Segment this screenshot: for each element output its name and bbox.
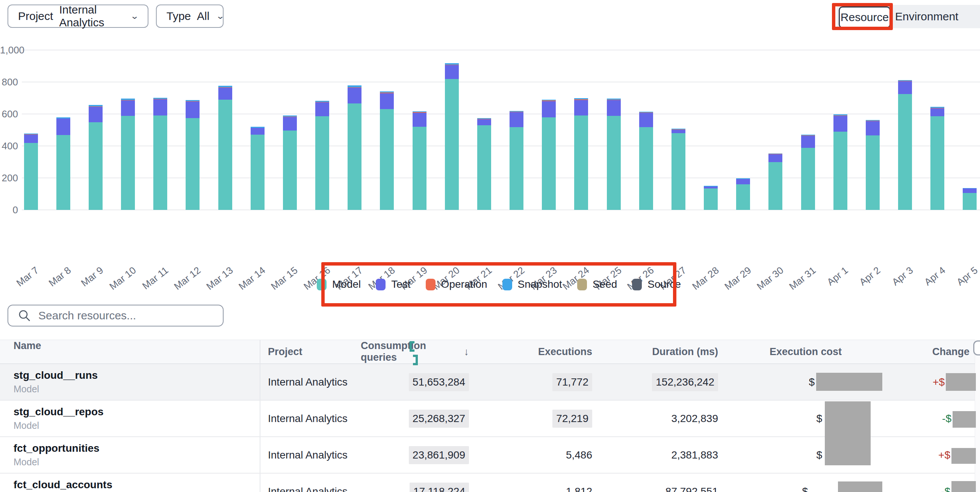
bar-mar-11[interactable] (153, 98, 167, 210)
toggle-environment-button[interactable]: Environment (895, 5, 958, 28)
bar-mar-18[interactable] (380, 91, 394, 210)
executions-cell: 1,812 (472, 474, 594, 492)
resource-name-cell[interactable]: stg_cloud__repos Model (0, 401, 260, 436)
bar-mar-21[interactable] (477, 118, 491, 210)
sort-descending-icon: ↓ (464, 346, 469, 358)
bar-mar-31[interactable] (801, 135, 815, 210)
resource-name: stg_cloud__repos (14, 406, 104, 418)
legend-item-test[interactable]: Test (376, 278, 410, 291)
bar-segment-test (89, 107, 103, 122)
col-header-execution-cost[interactable]: Execution cost (720, 340, 883, 363)
table-scrollbar-thumb[interactable] (973, 340, 980, 355)
search-input[interactable] (38, 309, 223, 323)
type-filter-dropdown[interactable]: Type All ⌄ (156, 5, 224, 28)
resource-name-cell[interactable]: stg_cloud__runs Model (0, 364, 260, 400)
bar-segment-test (413, 113, 426, 127)
bar-mar-25[interactable] (607, 99, 621, 210)
chevron-down-icon: ⌄ (216, 11, 225, 21)
bar-apr-1[interactable] (834, 114, 847, 210)
bar-segment-model (89, 122, 103, 210)
bar-mar-22[interactable] (509, 111, 523, 210)
bar-segment-test (218, 88, 232, 100)
col-header-name[interactable]: Name (0, 340, 260, 363)
search-resources-box (8, 305, 224, 326)
bar-apr-3[interactable] (898, 80, 912, 210)
resource-name-cell[interactable]: fct_opportunities Model (0, 437, 260, 473)
project-filter-label: Project (18, 10, 53, 22)
resource-type: Model (14, 384, 39, 395)
col-header-change[interactable]: Change (883, 340, 980, 363)
project-filter-value: Internal Analytics (59, 3, 123, 29)
col-header-executions[interactable]: Executions (472, 340, 594, 363)
table-row[interactable]: fct_cloud_accounts Model Internal Analyt… (0, 474, 980, 492)
bar-segment-test (315, 102, 329, 116)
bar-mar-27[interactable] (671, 129, 686, 210)
analytics-dashboard: Project Internal Analytics ⌄ Type All ⌄ … (0, 0, 980, 492)
bar-mar-30[interactable] (768, 153, 782, 210)
bar-mar-28[interactable] (704, 186, 718, 210)
bar-segment-test (251, 128, 264, 135)
duration-cell: 152,236,242 (594, 364, 720, 400)
bar-segment-test (477, 119, 491, 125)
consumption-bar-chart: 02004006008001,000Mar 7Mar 8Mar 9Mar 10M… (0, 50, 980, 210)
redaction-bar (825, 401, 871, 465)
legend-item-source[interactable]: Source (632, 278, 681, 291)
redaction-bar (951, 481, 976, 492)
legend-item-model[interactable]: Model (317, 278, 361, 291)
redaction-bar (816, 373, 882, 391)
bar-segment-test (380, 93, 394, 109)
resource-type: Model (14, 420, 39, 431)
bar-segment-test (639, 113, 653, 127)
resource-name: fct_cloud_accounts (14, 479, 112, 491)
bar-mar-9[interactable] (89, 105, 103, 210)
project-filter-dropdown[interactable]: Project Internal Analytics ⌄ (8, 5, 148, 28)
col-header-duration[interactable]: Duration (ms) (594, 340, 720, 363)
bar-apr-4[interactable] (931, 107, 944, 210)
bar-mar-12[interactable] (186, 100, 199, 210)
legend-label: Model (332, 278, 361, 291)
type-filter-label: Type (167, 10, 191, 22)
bar-segment-model (477, 125, 491, 210)
legend-swatch-test (376, 279, 385, 291)
col-header-consumption-queries[interactable]: Consumption queries↓ (361, 340, 472, 363)
bar-mar-23[interactable] (542, 100, 556, 210)
legend-item-operation[interactable]: Operation (426, 278, 487, 291)
legend-item-seed[interactable]: Seed (577, 278, 617, 291)
resource-name: stg_cloud__runs (14, 369, 98, 382)
bar-mar-16[interactable] (315, 101, 329, 210)
bar-segment-test (283, 117, 297, 131)
toggle-resource-label: Resource (841, 11, 889, 24)
bar-mar-7[interactable] (24, 134, 38, 210)
bar-mar-17[interactable] (348, 85, 361, 210)
resource-name-cell[interactable]: fct_cloud_accounts Model (0, 474, 260, 492)
bar-segment-test (801, 136, 815, 148)
bar-mar-19[interactable] (413, 111, 426, 210)
project-cell: Internal Analytics (260, 474, 361, 492)
bar-segment-model (186, 118, 199, 210)
consumption-queries-cell: 51,653,284 (361, 364, 472, 400)
bar-segment-model (866, 136, 880, 210)
legend-item-snapshot[interactable]: Snapshot (503, 278, 562, 291)
bar-apr-5[interactable] (963, 188, 977, 210)
bar-mar-8[interactable] (56, 117, 70, 210)
bar-mar-26[interactable] (639, 112, 653, 210)
bar-segment-test (509, 112, 523, 127)
bar-segment-test (931, 108, 944, 116)
bar-segment-test (153, 99, 167, 115)
bar-mar-15[interactable] (283, 115, 297, 210)
bar-segment-test (121, 101, 135, 116)
bar-segment-model (380, 109, 394, 210)
toggle-resource-button[interactable]: Resource (839, 6, 891, 28)
bar-apr-2[interactable] (866, 120, 880, 210)
bar-mar-29[interactable] (736, 178, 750, 210)
legend-swatch-seed (577, 279, 587, 291)
bar-segment-model (542, 117, 556, 210)
bar-mar-13[interactable] (218, 86, 232, 210)
bar-segment-test (671, 130, 686, 133)
bar-mar-20[interactable] (445, 63, 459, 210)
bar-segment-model (445, 79, 459, 210)
bar-mar-10[interactable] (121, 99, 135, 210)
bar-mar-14[interactable] (251, 127, 264, 210)
col-header-project[interactable]: Project (260, 340, 361, 363)
bar-mar-24[interactable] (574, 98, 588, 210)
